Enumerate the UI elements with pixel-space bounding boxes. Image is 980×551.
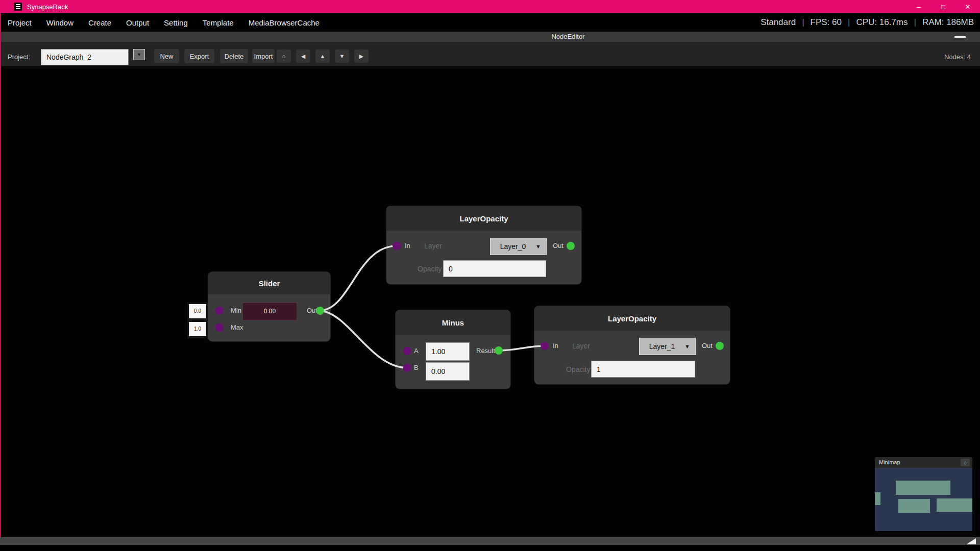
layeropacity-1-out-label: Out [553, 242, 564, 250]
status-cpu: CPU: 16.7ms [856, 17, 908, 28]
pan-up-button[interactable]: ▲ [315, 49, 330, 63]
layeropacity-2-in-label: In [553, 342, 558, 350]
toolbar: Project: ▼ New Export Delete Import ⌂ ◀ … [0, 42, 980, 66]
layeropacity-1-in-label: In [405, 242, 410, 250]
layeropacity-1-opacity-label: Opacity [418, 265, 442, 273]
menu-setting[interactable]: Setting [164, 18, 188, 27]
layeropacity-2-opacity-input[interactable] [591, 361, 695, 378]
nodes-count: Nodes: 4 [944, 49, 971, 65]
node-minus-title: Minus [442, 318, 464, 327]
minus-a-label: A [414, 347, 419, 355]
layeropacity-1-opacity-input[interactable] [443, 260, 546, 277]
layeropacity-2-out-port[interactable] [716, 342, 724, 350]
status-ram: RAM: 186MB [922, 17, 974, 28]
pan-right-button[interactable]: ▶ [354, 49, 369, 63]
status-fps: FPS: 60 [811, 17, 842, 28]
status-mode: Standard [761, 17, 796, 28]
layeropacity-2-opacity-label: Opacity [566, 365, 590, 373]
node-layeropacity-2-title: LayerOpacity [608, 314, 656, 323]
layeropacity-2-in-port[interactable] [541, 342, 549, 350]
layeropacity-2-out-label: Out [702, 342, 713, 350]
new-button[interactable]: New [154, 49, 179, 63]
editor-tabbar: NodeEditor [0, 32, 980, 42]
project-dropdown-button[interactable]: ▼ [133, 49, 145, 60]
layeropacity-1-layer-select[interactable]: Layer_0 ▼ [490, 238, 547, 255]
tab-nodeeditor[interactable]: NodeEditor [535, 32, 601, 42]
node-minus-header[interactable]: Minus [396, 310, 510, 335]
wire-slider-to-layeropacity1[interactable] [320, 246, 397, 311]
layeropacity-1-in-port[interactable] [393, 242, 401, 250]
menu-mediabrowsercache[interactable]: MediaBrowserCache [249, 18, 320, 27]
slider-value-display[interactable]: 0.00 [242, 303, 297, 320]
chevron-down-icon: ▼ [684, 343, 690, 349]
menu-template[interactable]: Template [203, 18, 234, 27]
slider-max-external-value[interactable]: 1.0 [187, 320, 208, 338]
app-title: SynapseRack [27, 3, 68, 11]
minus-a-port[interactable] [403, 347, 411, 355]
minimap-node-layeropacity-1 [896, 481, 950, 495]
import-button[interactable]: Import [252, 49, 275, 63]
node-layeropacity-2-header[interactable]: LayerOpacity [534, 306, 730, 331]
project-label: Project: [8, 49, 30, 65]
slider-max-port[interactable] [215, 323, 224, 332]
minus-result-port[interactable] [495, 346, 503, 355]
menu-window[interactable]: Window [46, 18, 74, 27]
layeropacity-1-out-port[interactable] [567, 242, 575, 250]
delete-button[interactable]: Delete [220, 49, 248, 63]
horizontal-scrollbar[interactable] [0, 537, 980, 545]
minimap-node-minus [898, 499, 930, 513]
pan-left-button[interactable]: ◀ [296, 49, 310, 63]
minimap-panel[interactable]: Minimap ⌂ [875, 457, 972, 531]
export-button[interactable]: Export [184, 49, 214, 63]
minus-b-input[interactable] [426, 362, 470, 381]
slider-min-label: Min [231, 307, 241, 315]
node-slider-title: Slider [259, 279, 280, 288]
status-separator: | [848, 17, 850, 28]
node-minus[interactable]: Minus A Result B [396, 310, 510, 389]
menu-output[interactable]: Output [126, 18, 149, 27]
minus-b-label: B [414, 364, 419, 372]
arrow-down-icon: ▼ [339, 53, 345, 59]
arrow-right-icon: ▶ [359, 53, 363, 60]
minus-result-label: Result [476, 347, 495, 355]
node-slider[interactable]: Slider Min Max 0.00 Out [208, 272, 330, 341]
status-separator: | [914, 17, 916, 28]
node-layeropacity-1[interactable]: LayerOpacity In Layer Layer_0 ▼ Out Opac… [386, 206, 581, 284]
status-separator: | [802, 17, 804, 28]
minimap-node-layeropacity-2 [937, 498, 972, 512]
minimize-button[interactable]: – [906, 0, 931, 13]
node-layeropacity-2[interactable]: LayerOpacity In Layer Layer_1 ▼ Out Opac… [534, 306, 730, 384]
menu-project[interactable]: Project [8, 18, 32, 27]
menubar: Project Window Create Output Setting Tem… [0, 13, 980, 32]
slider-min-port[interactable] [215, 307, 224, 315]
chevron-down-icon: ▼ [535, 243, 541, 249]
bottom-strip [0, 545, 980, 551]
wire-slider-to-minus-b[interactable] [320, 311, 407, 368]
minimap-header: Minimap ⌂ [875, 457, 972, 468]
home-view-button[interactable]: ⌂ [277, 49, 291, 63]
close-button[interactable]: ✕ [955, 0, 980, 13]
node-slider-header[interactable]: Slider [208, 272, 330, 294]
minus-a-input[interactable] [426, 342, 470, 361]
minimap-viewport[interactable] [875, 468, 972, 531]
slider-max-label: Max [231, 323, 243, 332]
pan-down-button[interactable]: ▼ [335, 49, 349, 63]
minus-b-port[interactable] [403, 364, 411, 372]
slider-out-port[interactable] [316, 307, 324, 315]
layeropacity-2-layer-select[interactable]: Layer_1 ▼ [639, 338, 696, 355]
resize-grip-icon[interactable] [966, 538, 976, 544]
node-layeropacity-1-header[interactable]: LayerOpacity [386, 206, 581, 231]
minimap-title: Minimap [879, 457, 900, 468]
layeropacity-2-layer-value: Layer_1 [640, 342, 684, 350]
house-icon: ⌂ [964, 460, 967, 465]
project-name-input[interactable] [41, 49, 129, 65]
app-logo-icon [14, 3, 22, 11]
performance-status: Standard | FPS: 60 | CPU: 16.7ms | RAM: … [761, 13, 974, 32]
slider-min-external-value[interactable]: 0.0 [187, 303, 208, 320]
layeropacity-1-layer-value: Layer_0 [491, 242, 535, 251]
collapse-panel-icon[interactable] [954, 36, 966, 38]
menu-create[interactable]: Create [88, 18, 111, 27]
maximize-button[interactable]: □ [931, 0, 955, 13]
minimap-home-button[interactable]: ⌂ [961, 459, 970, 466]
layeropacity-1-layer-label: Layer [424, 242, 442, 250]
